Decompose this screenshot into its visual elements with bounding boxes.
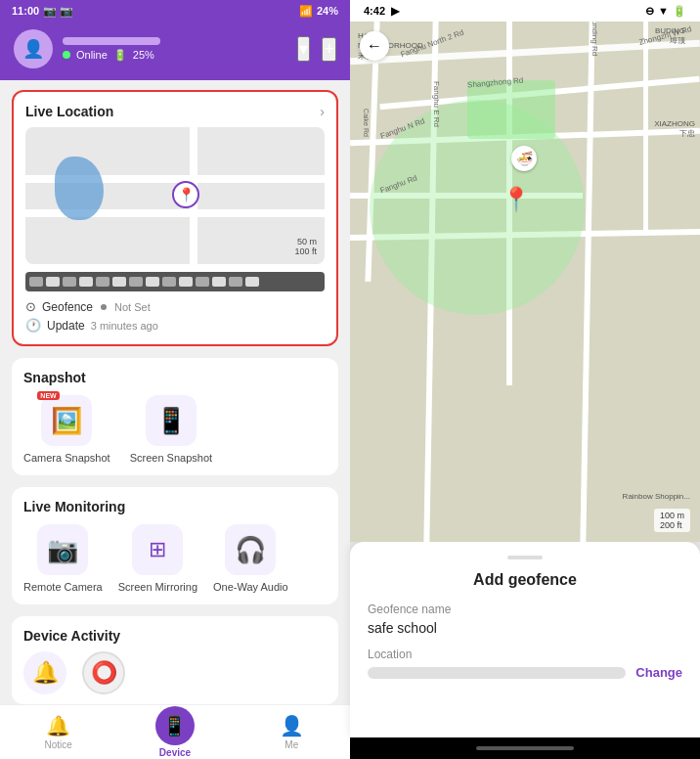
remote-camera-icon: 📷 <box>37 524 88 575</box>
screen-snapshot-label: Screen Snapshot <box>130 452 212 464</box>
avatar: 👤 <box>14 29 53 68</box>
screen-snapshot-item[interactable]: 📱 Screen Snapshot <box>130 395 212 464</box>
location-row: Change <box>368 665 682 680</box>
geofence-row[interactable]: ⊙ Geofence Not Set <box>25 299 325 314</box>
t7 <box>129 277 143 287</box>
dropdown-btn[interactable]: ▾ <box>297 36 310 62</box>
device-label: Device <box>159 747 191 758</box>
screen-mirroring-label: Screen Mirroring <box>118 581 197 593</box>
location-field-label: Location <box>368 647 682 661</box>
map-pin: 📍 <box>172 181 199 208</box>
location-arrow-icon: › <box>320 104 325 119</box>
t1 <box>29 277 43 287</box>
right-minus-icon: ⊖ <box>645 5 654 18</box>
t3 <box>63 277 76 287</box>
device-activity-title: Device Activity <box>23 628 327 644</box>
road-label-yunding: Yunding Rd <box>591 22 599 56</box>
geofence-bottom-sheet: Add geofence Geofence name safe school L… <box>350 542 700 737</box>
snapshot-grid: NEW 🖼️ Camera Snapshot 📱 Screen Snapshot <box>23 395 327 464</box>
map-scale-label: 50 m 100 ft <box>294 237 317 256</box>
mini-map: 📍 50 m 100 ft <box>25 127 325 264</box>
t14 <box>245 277 259 287</box>
nav-device[interactable]: 📱 Device <box>116 706 233 758</box>
add-btn[interactable]: + <box>322 37 336 62</box>
live-location-card[interactable]: Live Location › 📍 50 m 100 ft <box>12 90 338 346</box>
app-header: 👤 Online 🔋 25% ▾ + <box>0 22 350 80</box>
battery-status: 24% <box>317 5 338 17</box>
geofence-status: Not Set <box>114 301 151 313</box>
user-name-bar <box>63 37 160 45</box>
geofence-status-dot <box>101 304 107 310</box>
main-pin: 📍 <box>502 186 531 213</box>
me-label: Me <box>284 739 298 750</box>
one-way-audio-item[interactable]: 🎧 One-Way Audio <box>213 524 288 593</box>
screen-mirroring-item[interactable]: ⊞ Screen Mirroring <box>118 524 197 593</box>
main-scroll: Live Location › 📍 50 m 100 ft <box>0 80 350 704</box>
road-zhongzhi <box>643 22 648 230</box>
snapshot-title: Snapshot <box>23 370 327 385</box>
nav-notice[interactable]: 🔔 Notice <box>0 714 116 750</box>
device-battery-pct: 25% <box>133 49 154 61</box>
nav-me[interactable]: 👤 Me <box>234 714 350 750</box>
location-value-bar <box>368 667 626 679</box>
new-badge: NEW <box>37 391 59 400</box>
online-dot <box>63 51 70 59</box>
camera-snapshot-label: Camera Snapshot <box>23 452 110 464</box>
t12 <box>212 277 226 287</box>
monitoring-grid: 📷 Remote Camera ⊞ Screen Mirroring 🎧 One… <box>23 524 327 593</box>
live-monitoring-title: Live Monitoring <box>23 499 327 514</box>
right-bottom-bar <box>350 737 700 759</box>
geofence-icon: ⊙ <box>25 299 36 314</box>
xiazhong-label: XIAZHONG下忠 <box>654 119 695 140</box>
live-location-title: Live Location <box>25 104 113 119</box>
update-label: Update <box>47 319 85 333</box>
map-view[interactable]: Fanghu North 2 Rd Shangzhong Rd Fanghu N… <box>350 22 700 542</box>
geofence-name-value: safe school <box>368 620 682 636</box>
notification-icons: 📷 📷 <box>43 5 73 18</box>
one-way-audio-label: One-Way Audio <box>213 581 288 593</box>
change-button[interactable]: Change <box>635 665 682 680</box>
t4 <box>79 277 93 287</box>
screen-snapshot-icon-box: 📱 <box>146 395 197 446</box>
left-panel: 11:00 📷 📷 📶 24% 👤 Online 🔋 25% ▾ + <box>0 0 350 759</box>
rainbow-label: Rainbow Shoppin... <box>623 492 690 501</box>
one-way-audio-icon: 🎧 <box>225 524 276 575</box>
sheet-title: Add geofence <box>368 571 682 589</box>
status-bar: 11:00 📷 📷 📶 24% <box>0 0 350 22</box>
t2 <box>46 277 60 287</box>
activity-icon2: ⭕ <box>82 651 125 694</box>
back-btn[interactable]: ← <box>360 31 389 61</box>
remote-camera-label: Remote Camera <box>23 581 103 593</box>
right-time: 4:42 <box>364 5 385 17</box>
camera-snapshot-icon-box: NEW 🖼️ <box>41 395 92 446</box>
time-display: 11:00 <box>12 5 39 17</box>
t10 <box>179 277 193 287</box>
screen-mirroring-icon: ⊞ <box>132 524 183 575</box>
device-activity-section: Device Activity 🔔 ⭕ <box>12 616 338 704</box>
update-time: 3 minutes ago <box>91 320 158 332</box>
remote-camera-item[interactable]: 📷 Remote Camera <box>23 524 103 593</box>
device-battery: 🔋 <box>113 49 127 62</box>
right-wifi-icon: ▼ <box>658 5 669 17</box>
camera-snapshot-item[interactable]: NEW 🖼️ Camera Snapshot <box>23 395 110 464</box>
geofence-name-label: Geofence name <box>368 603 682 616</box>
signal-icon: 📶 <box>299 5 313 18</box>
restaurant-marker: 🍜 <box>511 146 537 171</box>
road-label-fanghu-east: Fanghu E Rd <box>432 81 441 127</box>
location-blob <box>55 156 104 220</box>
notice-icon: 🔔 <box>46 714 70 737</box>
update-icon: 🕐 <box>25 318 41 333</box>
device-circle: 📱 <box>155 706 195 745</box>
home-indicator <box>476 746 574 750</box>
timeline-bar <box>25 272 325 291</box>
right-battery-icon: 🔋 <box>673 5 686 18</box>
road-label-caike: Caike Rd <box>363 109 370 137</box>
t5 <box>96 277 109 287</box>
t9 <box>162 277 176 287</box>
right-panel: 4:42 ▶ ⊖ ▼ 🔋 Fanghu North 2 Rd Shangzhon… <box>350 0 700 759</box>
sheet-handle <box>507 556 543 559</box>
t13 <box>229 277 242 287</box>
me-icon: 👤 <box>280 714 304 737</box>
buding-label: BUDING埠顶 <box>655 26 685 47</box>
geofence-label: Geofence <box>42 300 93 314</box>
